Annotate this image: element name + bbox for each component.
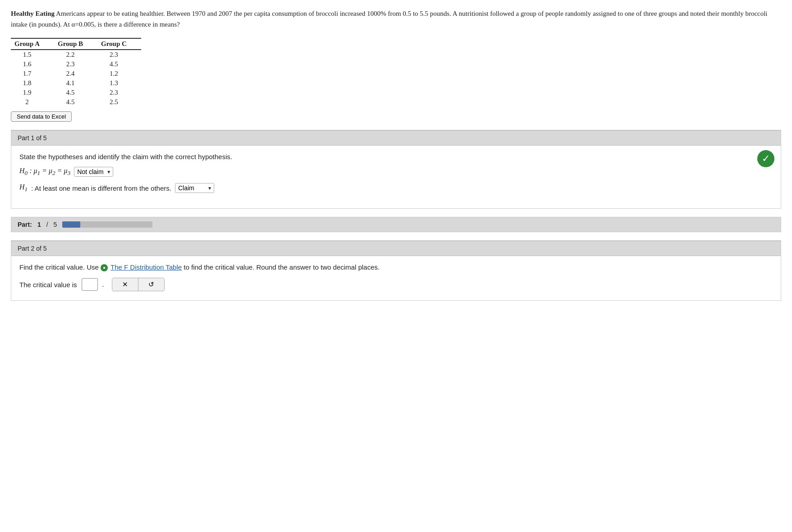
critical-label: The critical value is <box>19 281 77 289</box>
send-excel-button[interactable]: Send data to Excel <box>11 111 72 122</box>
checkmark-badge: ✓ <box>757 150 774 167</box>
part2-instruction-text: Find the critical value. Use <box>19 263 99 271</box>
part2-content: Find the critical value. Use ● The F Dis… <box>11 256 781 300</box>
col-header-b: Group B <box>54 38 97 50</box>
progress-current: 1 <box>37 221 41 228</box>
action-buttons: ✕ ↺ <box>112 278 165 291</box>
table-cell: 1.9 <box>11 88 54 97</box>
intro-text: Americans appear to be eating healthier.… <box>11 10 768 28</box>
clear-button[interactable]: ✕ <box>112 278 138 291</box>
table-cell: 2 <box>11 97 54 107</box>
table-cell: 4.5 <box>54 97 97 107</box>
table-cell: 1.2 <box>97 69 141 78</box>
table-cell: 2.3 <box>54 60 97 69</box>
h0-line: H0 : μ1 = μ2 = μ3 Not claim Claim <box>19 167 773 177</box>
table-row: 1.72.41.2 <box>11 69 141 78</box>
checkmark-icon: ✓ <box>762 153 770 165</box>
part2-section: Part 2 of 5 Find the critical value. Use… <box>11 240 781 301</box>
col-header-c: Group C <box>97 38 141 50</box>
table-cell: 1.6 <box>11 60 54 69</box>
h1-math: H1 <box>19 183 28 193</box>
table-cell: 2.3 <box>97 50 141 60</box>
table-cell: 2.4 <box>54 69 97 78</box>
h0-select-wrap[interactable]: Not claim Claim <box>74 167 113 177</box>
data-table: Group A Group B Group C 1.52.22.31.62.34… <box>11 38 141 107</box>
h0-symbol: H0 : μ1 = μ2 = μ3 <box>19 167 70 174</box>
critical-value-row: The critical value is . ✕ ↺ <box>19 278 773 291</box>
part1-section: Part 1 of 5 ✓ State the hypotheses and i… <box>11 130 781 209</box>
table-cell: 1.8 <box>11 78 54 88</box>
table-cell: 2.5 <box>97 97 141 107</box>
intro-bold: Healthy Eating <box>11 10 55 17</box>
part2-header: Part 2 of 5 <box>11 241 781 256</box>
part2-instruction: Find the critical value. Use ● The F Dis… <box>19 263 773 271</box>
h1-claim-select[interactable]: Claim Not claim <box>175 183 214 193</box>
h1-text: : At least one mean is different from th… <box>31 184 171 192</box>
table-row: 1.94.52.3 <box>11 88 141 97</box>
progress-section: Part: 1 / 5 <box>11 217 781 232</box>
part2-instruction2: to find the critical value. Round the an… <box>184 263 379 271</box>
table-cell: 1.3 <box>97 78 141 88</box>
table-cell: 2.3 <box>97 88 141 97</box>
h1-select-wrap[interactable]: Claim Not claim <box>175 183 214 193</box>
table-cell: 2.2 <box>54 50 97 60</box>
part1-instruction: State the hypotheses and identify the cl… <box>19 153 773 161</box>
period: . <box>102 281 104 289</box>
col-header-a: Group A <box>11 38 54 50</box>
table-cell: 1.5 <box>11 50 54 60</box>
critical-value-input[interactable] <box>82 278 98 291</box>
h0-claim-select[interactable]: Not claim Claim <box>74 167 113 177</box>
table-cell: 4.5 <box>54 88 97 97</box>
progress-label: Part: <box>18 221 32 228</box>
h1-line: H1 : At least one mean is different from… <box>19 183 773 193</box>
table-cell: 1.7 <box>11 69 54 78</box>
intro-paragraph: Healthy Eating Americans appear to be ea… <box>11 8 781 30</box>
table-cell: 4.5 <box>97 60 141 69</box>
progress-bar-inner <box>62 221 80 228</box>
progress-separator: / <box>46 221 48 228</box>
data-table-section: Group A Group B Group C 1.52.22.31.62.34… <box>11 38 781 122</box>
table-row: 1.52.22.3 <box>11 50 141 60</box>
progress-total: 5 <box>54 221 57 228</box>
f-distribution-link[interactable]: The F Distribution Table <box>111 263 182 271</box>
table-row: 1.62.34.5 <box>11 60 141 69</box>
table-cell: 4.1 <box>54 78 97 88</box>
part1-header: Part 1 of 5 <box>11 130 781 146</box>
part1-content: ✓ State the hypotheses and identify the … <box>11 146 781 208</box>
link-icon: ● <box>101 264 108 271</box>
undo-button[interactable]: ↺ <box>138 278 164 291</box>
table-row: 1.84.11.3 <box>11 78 141 88</box>
table-row: 24.52.5 <box>11 97 141 107</box>
h1-symbol: H1 <box>19 183 28 191</box>
progress-bar-outer <box>62 221 152 228</box>
h0-math: H0 : μ1 = μ2 = μ3 <box>19 167 70 177</box>
